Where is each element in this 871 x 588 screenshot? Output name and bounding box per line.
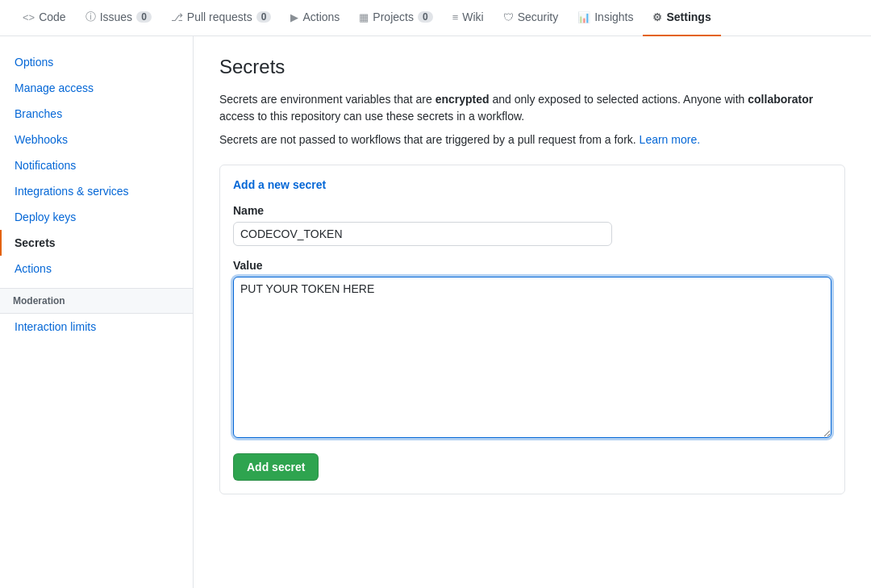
nav-code-label: Code (39, 10, 65, 23)
sidebar-item-secrets[interactable]: Secrets (0, 230, 193, 256)
name-label: Name (233, 204, 831, 217)
wiki-icon: ≡ (452, 11, 459, 23)
value-label: Value (233, 259, 831, 272)
top-navigation: <> Code ⓘ Issues 0 ⎇ Pull requests 0 ▶ A… (0, 0, 871, 36)
sidebar-item-branches[interactable]: Branches (0, 101, 193, 127)
sidebar-item-deploy-keys[interactable]: Deploy keys (0, 204, 193, 230)
name-form-group: Name (233, 204, 831, 246)
projects-icon: ▦ (359, 11, 369, 23)
nav-security-label: Security (518, 10, 559, 23)
nav-insights[interactable]: 📊 Insights (568, 0, 643, 36)
sidebar-item-integrations-services[interactable]: Integrations & services (0, 178, 193, 204)
add-secret-title[interactable]: Add a new secret (233, 178, 831, 191)
sidebar-item-notifications[interactable]: Notifications (0, 152, 193, 178)
nav-actions-label: Actions (302, 10, 340, 23)
nav-wiki-label: Wiki (462, 10, 483, 23)
nav-projects[interactable]: ▦ Projects 0 (349, 0, 442, 36)
issues-badge: 0 (136, 11, 152, 23)
nav-pull-requests-label: Pull requests (187, 10, 252, 23)
sidebar-item-manage-access[interactable]: Manage access (0, 75, 193, 101)
value-form-group: Value (233, 259, 831, 440)
security-icon: 🛡 (503, 11, 514, 23)
issues-icon: ⓘ (85, 10, 96, 24)
nav-code[interactable]: <> Code (13, 0, 76, 36)
projects-badge: 0 (418, 11, 433, 23)
nav-settings-label: Settings (666, 10, 711, 23)
pull-requests-badge: 0 (256, 11, 272, 23)
nav-issues[interactable]: ⓘ Issues 0 (76, 0, 161, 36)
description-1: Secrets are environment variables that a… (219, 91, 845, 125)
nav-wiki[interactable]: ≡ Wiki (443, 0, 494, 36)
moderation-section-header: Moderation (0, 288, 193, 314)
name-input[interactable] (233, 222, 612, 246)
description-2: Secrets are not passed to workflows that… (219, 131, 845, 148)
nav-settings[interactable]: ⚙ Settings (643, 0, 720, 36)
insights-icon: 📊 (577, 11, 590, 23)
add-secret-button[interactable]: Add secret (233, 453, 319, 481)
secret-form-box: Add a new secret Name Value Add secret (219, 165, 845, 494)
sidebar: Options Manage access Branches Webhooks … (0, 36, 194, 588)
sidebar-item-interaction-limits[interactable]: Interaction limits (0, 314, 193, 340)
nav-issues-label: Issues (100, 10, 132, 23)
code-icon: <> (23, 11, 35, 23)
sidebar-item-options[interactable]: Options (0, 49, 193, 75)
settings-icon: ⚙ (652, 11, 662, 23)
nav-insights-label: Insights (594, 10, 633, 23)
nav-projects-label: Projects (373, 10, 414, 23)
nav-pull-requests[interactable]: ⎇ Pull requests 0 (161, 0, 281, 36)
page-title: Secrets (219, 56, 845, 78)
sidebar-item-actions[interactable]: Actions (0, 256, 193, 281)
sidebar-item-webhooks[interactable]: Webhooks (0, 127, 193, 152)
actions-icon: ▶ (290, 11, 298, 23)
page-layout: Options Manage access Branches Webhooks … (0, 36, 871, 588)
nav-actions[interactable]: ▶ Actions (281, 0, 349, 36)
pull-request-icon: ⎇ (171, 11, 183, 23)
nav-security[interactable]: 🛡 Security (494, 0, 569, 36)
learn-more-link[interactable]: Learn more. (640, 133, 700, 146)
main-content: Secrets Secrets are environment variable… (194, 36, 871, 588)
value-textarea[interactable] (233, 277, 831, 438)
